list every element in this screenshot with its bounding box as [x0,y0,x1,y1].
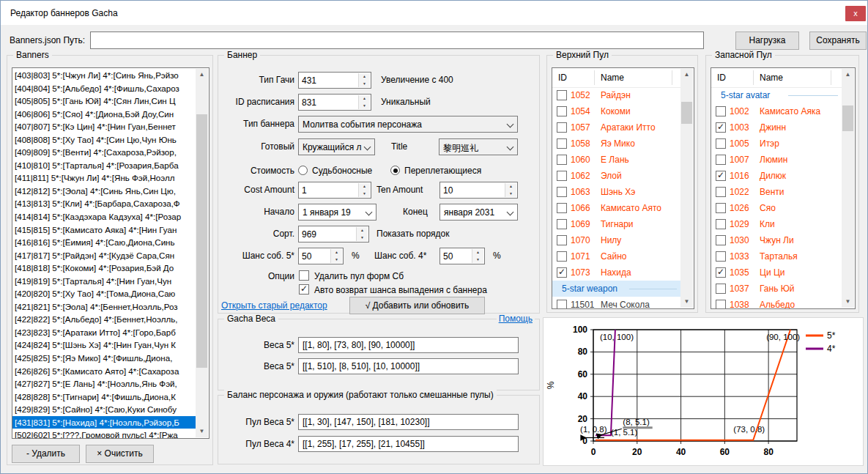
pool-row[interactable]: 1070Нилу [552,232,681,248]
banner-list-item[interactable]: [429|829] 5*:[Сайно] 4*:[Саю,Куки Синобу [12,403,196,416]
pool-row[interactable]: 1033Тарталья [711,248,842,264]
pool-row-checkbox[interactable] [716,251,726,262]
banner-list-item[interactable]: [411|811] 5*:[Чжун Ли] 4*:[Янь Фэй,Ноэлл [12,171,196,185]
banner-list-item[interactable]: [412|812] 5*:[Эола] 4*:[Синь Янь,Син Цю, [12,185,196,198]
banner-list-item[interactable]: [415|815] 5*:[Камисато Аяка] 4*:[Нин Гуа… [12,223,196,237]
sort-spinner[interactable]: 969 ▲▼ [298,226,369,242]
spinner-up-icon[interactable]: ▲ [472,249,483,256]
banner-list-item[interactable]: [405|805] 5*:[Гань Юй] 4*:[Сян Лин,Син Ц [12,95,196,108]
scroll-down-icon[interactable]: ▼ [680,296,693,308]
pool-row-checkbox[interactable] [716,122,726,133]
banner-list-item[interactable]: [421|821] 5*:[Эола] 4*:[Беннет,Ноэлль,Ро… [12,300,196,314]
pool-row[interactable]: 1062Элой [552,168,681,184]
spinner-up-icon[interactable]: ▲ [359,95,370,103]
pool-weights4-input[interactable]: [[1, 255], [17, 255], [21, 10455]] [298,436,519,452]
spinner-up-icon[interactable]: ▲ [357,227,368,234]
pool-row-checkbox[interactable] [716,171,726,181]
pool-row[interactable]: 1058Яэ Мико [552,136,681,152]
banner-list-item[interactable]: [407|807] 5*:[Кэ Цин] 4*:[Нин Гуан,Бенне… [12,120,196,133]
pool-row-checkbox[interactable] [557,138,567,149]
pool-row-checkbox[interactable] [716,235,726,245]
banner-list-item[interactable]: [408|808] 5*:[Ху Тао] 4*:[Син Цю,Чун Юнь [12,133,196,147]
banner-list-item[interactable]: [418|818] 5*:[Кокоми] 4*:[Розария,Бэй До [12,262,196,275]
pool-weights5-input[interactable]: [[1, 30], [147, 150], [181, 10230]] [298,414,519,430]
pool-row[interactable]: 1026Сяо [711,200,842,216]
banner-list-item[interactable]: [404|804] 5*:[Альбедо] 4*:[Фишль,Сахароз [12,82,196,95]
chance4-spinner[interactable]: 50 ▲▼ [439,248,485,264]
delete-banner-button[interactable]: - Удалить [12,445,80,463]
banner-list-item[interactable]: [419|819] 5*:[Тарталья] 4*:[Нин Гуан,Чун [12,275,196,288]
pool-row-checkbox[interactable] [557,187,567,197]
pool-row[interactable]: 1057Аратаки Итто [552,119,681,136]
start-date-combo[interactable]: 1 января 19 [298,204,376,221]
spinner-down-icon[interactable]: ▼ [359,103,370,110]
column-name[interactable]: Name [601,73,624,83]
banner-list-item[interactable]: [422|822] 5*:[Альбедо] 4*:[Беннет,Ноэлль… [12,313,196,326]
banner-type-combo[interactable]: Молитва события персонажа [298,116,518,133]
pool-row[interactable]: 1007Люмин [711,152,842,168]
spinner-up-icon[interactable]: ▲ [359,73,370,81]
column-id[interactable]: ID [717,73,726,83]
weights5-input[interactable]: [[1, 80], [73, 80], [90, 10000]] [298,337,519,353]
banner-list-item[interactable]: [428|828] 5*:[Тигнари] 4*:[Фишль,Диона,К [12,390,196,404]
reserve-pool-list[interactable]: ID Name 5-star avatar1002Камисато Аяка10… [711,67,856,309]
chance5-spinner[interactable]: 50 ▲▼ [298,248,344,264]
banner-list-item[interactable]: [409|809] 5*:[Венти] 4*:[Сахароза,Рэйзор… [12,146,196,159]
pool-row[interactable]: 1030Чжун Ли [711,232,842,248]
pool-row-checkbox[interactable] [716,300,726,308]
end-date-combo[interactable]: января 2031 [439,204,518,221]
scroll-down-icon[interactable]: ▼ [196,426,208,437]
remove-pool-checkbox[interactable] [299,270,309,281]
banner-list-item[interactable]: [425|825] 5*:[Яэ Мико] 4*:[Фишль,Диона, [12,352,196,365]
banners-scrollbar[interactable]: ▲ ▼ [196,69,208,437]
pool-row-checkbox[interactable] [716,219,726,229]
pool-row-checkbox[interactable] [557,219,567,229]
pool-row[interactable]: 1037Гань Юй [711,281,842,297]
pool-row-checkbox[interactable] [557,106,567,116]
pool-row-checkbox[interactable] [716,284,726,294]
banner-list-item[interactable]: [431|831] 5*:[Нахида] 4*:[Ноэлль,Рэйзор,… [12,416,196,429]
pool-row[interactable]: 1060Е Лань [552,152,681,168]
banner-list-item[interactable]: [417|817] 5*:[Райдэн] 4*:[Кудзё Сара,Сян [12,249,196,262]
banner-list-item[interactable]: [502|602] 5*:[???,Громовой пульс] 4*:[Рж… [12,429,196,439]
pool-row-checkbox[interactable] [557,122,567,133]
banner-list-item[interactable]: [427|827] 5*:[Е Лань] 4*:[Ноэлль,Янь Фэй… [12,377,196,390]
column-name[interactable]: Name [760,73,783,83]
banner-list-item[interactable]: [403|803] 5*:[Чжун Ли] 4*:[Синь Янь,Рэйз… [12,69,196,82]
pool-row[interactable]: 1003Джинн [711,119,842,136]
pool-row-checkbox[interactable] [716,106,726,116]
pool-row-checkbox[interactable] [716,203,726,213]
spinner-up-icon[interactable]: ▲ [331,249,342,256]
pool-row[interactable]: 1005Итэр [711,136,842,152]
pool-row-checkbox[interactable] [557,171,567,181]
title-combo[interactable]: 黎明巡礼 [439,138,518,155]
old-editor-link[interactable]: Открыть старый редактор [221,300,327,311]
spinner-down-icon[interactable]: ▼ [331,256,342,264]
scrollbar-thumb[interactable] [842,105,853,131]
banner-list-item[interactable]: [423|823] 5*:[Аратаки Итто] 4*:[Горо,Бар… [12,326,196,339]
spinner-down-icon[interactable]: ▼ [505,190,516,198]
upper-pool-scrollbar[interactable]: ▲ ▼ [680,69,693,308]
pool-row-checkbox[interactable] [716,138,726,149]
pool-row-checkbox[interactable] [557,203,567,213]
banner-list-item[interactable]: [406|806] 5*:[Сяо] 4*:[Диона,Бэй Доу,Син [12,108,196,121]
banner-list-item[interactable]: [413|813] 5*:[Кли] 4*:[Барбара,Сахароза,… [12,197,196,210]
banner-list-item[interactable]: [416|816] 5*:[Ёимия] 4*:[Саю,Диона,Синь [12,236,196,249]
banners-list[interactable]: [403|803] 5*:[Чжун Ли] 4*:[Синь Янь,Рэйз… [12,67,209,439]
spinner-up-icon[interactable]: ▲ [505,183,516,190]
pool-row-checkbox[interactable] [557,155,567,165]
weights4-input[interactable]: [[1, 510], [8, 510], [10, 10000]] [298,358,519,374]
pool-row-checkbox[interactable] [716,187,726,197]
column-id[interactable]: ID [558,73,567,83]
pool-row-checkbox[interactable] [557,90,567,100]
prefab-combo[interactable]: Кружащийся л [298,138,375,155]
scroll-up-icon[interactable]: ▲ [196,69,208,81]
pool-row-checkbox[interactable] [716,267,726,278]
pool-row[interactable]: 11501Меч Сокола [552,297,681,308]
pool-row[interactable]: 1073Нахида [552,264,681,281]
banner-list-item[interactable]: [414|814] 5*:[Каэдэхара Кадзуха] 4*:[Роз… [12,210,196,223]
pool-row[interactable]: 1054Кокоми [552,103,681,119]
help-link[interactable]: Помощь [497,314,535,324]
add-update-button[interactable]: √ Добавить или обновить [349,297,485,314]
scrollbar-thumb[interactable] [196,114,207,368]
